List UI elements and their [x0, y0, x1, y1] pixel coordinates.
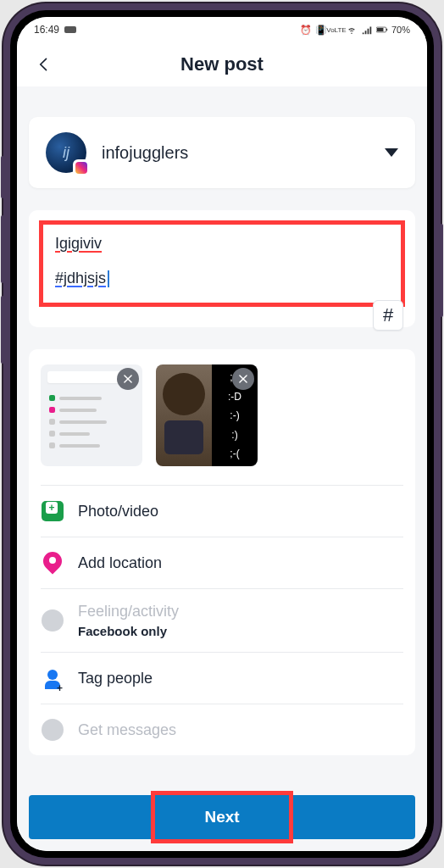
signal-icon [361, 24, 373, 36]
attachment-thumbnail-1[interactable] [41, 364, 142, 466]
caption-input[interactable]: Igigiviv #jdhjsjs [39, 220, 405, 307]
vibrate-icon: 📳 [315, 24, 327, 36]
emoticon: :) [231, 429, 237, 441]
feeling-sublabel: Facebook only [78, 624, 179, 638]
emoticon: ;-( [230, 448, 239, 459]
caption-card: Igigiviv #jdhjsjs # [29, 210, 415, 327]
instagram-badge-icon [73, 159, 90, 176]
caption-line-1: Igigiviv [55, 235, 389, 253]
get-messages-option[interactable]: Get messages [29, 704, 415, 755]
tag-people-label: Tag people [78, 670, 153, 687]
attachments-card: ;-) :-D :-) :) ;-( [29, 349, 415, 755]
phone-button-right [440, 224, 443, 317]
battery-icon [376, 24, 388, 36]
emoticon: :-) [230, 409, 239, 421]
next-button[interactable]: Next [29, 795, 415, 839]
messages-icon [41, 718, 64, 742]
tag-people-option[interactable]: + Tag people [29, 653, 415, 704]
add-location-label: Add location [78, 554, 162, 572]
photo-video-option[interactable]: Photo/video [29, 486, 415, 537]
status-indicator-icon [64, 26, 76, 33]
battery-percent: 70% [391, 25, 410, 35]
feeling-activity-option[interactable]: Feeling/activity Facebook only [29, 589, 415, 652]
account-selector[interactable]: ij infojugglers [29, 117, 415, 188]
volte-icon: VoLTE [330, 24, 342, 36]
chevron-down-icon [385, 148, 398, 157]
svg-rect-1 [377, 28, 384, 31]
smile-icon [41, 609, 64, 632]
footer: Next [17, 787, 427, 851]
back-button[interactable] [34, 54, 54, 75]
account-name: infojugglers [102, 143, 385, 163]
thumb-preview-lines [49, 395, 119, 454]
tag-people-icon: + [41, 666, 64, 690]
svg-rect-2 [386, 29, 387, 31]
phone-frame: 16:49 ⏰ 📳 VoLTE 70% [3, 3, 441, 865]
status-bar: 16:49 ⏰ 📳 VoLTE 70% [17, 17, 427, 42]
location-pin-icon [41, 551, 64, 575]
text-cursor [108, 270, 109, 287]
get-messages-label: Get messages [78, 721, 176, 739]
thumbnail-row: ;-) :-D :-) :) ;-( [29, 364, 415, 485]
header: New post [17, 42, 427, 86]
feeling-label: Feeling/activity [78, 603, 179, 620]
phone-button-left-1 [1, 156, 4, 198]
caption-line-2: #jdhjsjs [55, 270, 389, 287]
remove-attachment-1-button[interactable] [117, 368, 139, 390]
wifi-icon [346, 24, 358, 36]
hashtag-button[interactable]: # [373, 300, 403, 331]
avatar-wrap: ij [46, 132, 86, 173]
page-title: New post [180, 53, 264, 75]
screen: 16:49 ⏰ 📳 VoLTE 70% [17, 17, 427, 851]
attachment-thumbnail-2[interactable]: ;-) :-D :-) :) ;-( [156, 364, 258, 466]
emoticon: :-D [228, 391, 241, 403]
phone-button-left-2 [1, 215, 4, 283]
add-location-option[interactable]: Add location [29, 537, 415, 588]
phone-button-left-3 [1, 296, 4, 364]
thumb2-photo-collage [156, 364, 212, 466]
status-time: 16:49 [34, 24, 59, 36]
alarm-icon: ⏰ [300, 24, 312, 36]
caption-hashtag: #jdhjsjs [55, 270, 106, 287]
content-scroll[interactable]: ij infojugglers Igigiviv #jdhjsjs # [17, 86, 427, 787]
photo-video-label: Photo/video [78, 503, 158, 520]
phone-inner: 16:49 ⏰ 📳 VoLTE 70% [10, 10, 434, 858]
photo-video-icon [41, 499, 64, 523]
